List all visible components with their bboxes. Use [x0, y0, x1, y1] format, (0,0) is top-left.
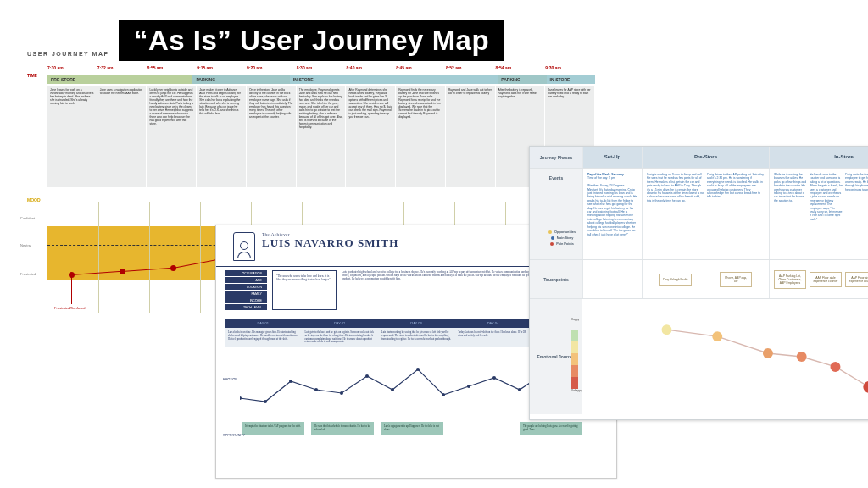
- event-card: Jane leaves for work on a Wednesday morn…: [47, 86, 97, 187]
- svg-point-2: [289, 380, 292, 383]
- mood-level: Frustrated: [20, 272, 36, 276]
- legend: Opportunities Main Story Pain Points: [545, 225, 579, 252]
- svg-point-15: [662, 324, 672, 335]
- emotional-journey-chart: [582, 299, 868, 414]
- svg-point-5: [365, 374, 369, 378]
- row-label: Touchpoints: [530, 260, 582, 298]
- time-tick: 7:32 am: [97, 65, 147, 70]
- time-tick: 7:30 am: [47, 65, 97, 70]
- phase-instore: IN-STORE: [290, 75, 498, 84]
- phase-header-row: Journey Phases Set-Up Pre-Store In-Store: [530, 147, 868, 169]
- row-label: Emotional Journey: [537, 354, 575, 359]
- touchpoint-chip: AAP Parking Lot, Other Customers, AAP Em…: [774, 270, 806, 289]
- persona-meta-labels: OCCUPATION AGE LOCATION FAMILY INCOME TE…: [225, 270, 267, 310]
- row-label: Events: [549, 175, 563, 180]
- map-heading: USER JOURNEY MAP: [27, 51, 595, 57]
- phase-parking2: PARKING: [498, 75, 546, 84]
- mood-tag: Frustrated/Confused: [54, 306, 85, 310]
- phase-header: Pre-Store: [642, 147, 769, 168]
- touchpoints-row: Touchpoints Cary Raleigh Radio Phone, AA…: [530, 260, 868, 299]
- time-tick: 9:20 am: [247, 65, 297, 70]
- event-card: Luckily her neighbor is outside and offe…: [147, 86, 197, 187]
- mood-label: MOOD: [27, 197, 41, 202]
- svg-point-0: [240, 396, 242, 400]
- event-card: Once in the store Jane walks directly to…: [247, 86, 297, 187]
- touchpoint-chip: Phone, AAP app, car: [720, 272, 752, 287]
- svg-point-6: [391, 388, 394, 391]
- svg-point-11: [518, 388, 521, 391]
- event-card: The employee, Raymond, greets Jane and a…: [297, 86, 347, 187]
- svg-point-18: [797, 352, 807, 362]
- avatar-icon: [233, 232, 255, 261]
- time-tick: 8:52 am: [446, 65, 496, 70]
- time-tick: 8:45 am: [396, 65, 446, 70]
- svg-point-1: [264, 400, 267, 403]
- opportunity-row: It tempts the situation to let AAP progr…: [242, 422, 608, 435]
- event-cards: Jane leaves for work on a Wednesday morn…: [47, 86, 595, 187]
- time-tick: 9:15 am: [197, 65, 247, 70]
- svg-point-8: [442, 393, 445, 396]
- row-label: Journey Phases: [530, 147, 582, 168]
- emotion-label: EMOTION: [223, 378, 237, 381]
- event-card: After Raymond determines she needs a new…: [346, 86, 396, 187]
- phase-instore2: IN-STORE: [547, 75, 595, 84]
- mood-level: Confident: [20, 216, 35, 220]
- time-tick: 8:54 am: [496, 65, 546, 70]
- svg-point-19: [831, 362, 841, 372]
- svg-point-16: [712, 331, 722, 341]
- svg-point-20: [863, 381, 868, 393]
- phase-header: In-Store: [769, 147, 868, 168]
- opportunity-label: OPPORTUNITY: [223, 434, 245, 437]
- setup-cell: Day of the Week: Saturday Time of the da…: [582, 169, 642, 259]
- svg-point-10: [492, 376, 496, 380]
- time-tick: 8:40 am: [346, 65, 396, 70]
- persona-quote: "The one who wants to be here and learn.…: [272, 270, 337, 310]
- events-row: Events Opportunities Main Story Pain Poi…: [530, 169, 868, 260]
- phase-parking: PARKING: [192, 75, 289, 84]
- phase-header: Set-Up: [582, 147, 642, 168]
- phase-row: PRE-STORE PARKING IN-STORE PARKING IN-ST…: [47, 75, 595, 84]
- event-card: Jane makes it over to Advance Auto Parts…: [197, 86, 247, 187]
- event-card: Raymond finds the necessary battery for …: [396, 86, 446, 187]
- event-card: Jane uses a navigation application to lo…: [97, 86, 147, 187]
- persona-name: LUIS NAVARRO SMITH: [262, 236, 398, 250]
- mood-level: Neutral: [20, 243, 31, 247]
- svg-point-4: [340, 391, 343, 395]
- emotion-scale: Happy Unhappy: [571, 318, 580, 401]
- touchpoint-chip: AAP Floor aisle experience counter: [810, 272, 842, 287]
- touchpoint-chip: AAP Floor aisle experience counter: [845, 272, 868, 287]
- svg-point-17: [763, 348, 773, 358]
- svg-point-3: [314, 388, 318, 391]
- time-axis-label: TIME: [27, 73, 37, 78]
- time-tick: 8:55 am: [147, 65, 197, 70]
- svg-point-7: [416, 368, 420, 371]
- in-store-cell: While he is waiting, he browses the aisl…: [769, 169, 868, 259]
- emotional-journey-row: Emotional Journey Happy Unhappy: [530, 299, 868, 414]
- time-axis: 7:30 am 7:32 am 8:55 am 9:15 am 9:20 am …: [47, 65, 595, 70]
- time-tick: 9:30 am: [545, 65, 595, 70]
- touchpoint-chip: Cary Raleigh Radio: [659, 274, 692, 286]
- journey-detail-panel: Journey Phases Set-Up Pre-Store In-Store…: [529, 146, 868, 420]
- svg-point-9: [467, 385, 470, 388]
- event-card: Raymond and Jane walk out to her car in …: [446, 86, 496, 187]
- phase-prestore: PRE-STORE: [47, 75, 192, 84]
- time-tick: 8:30 am: [297, 65, 347, 70]
- pre-store-cell: Craig is working on 3 cars to fix up and…: [642, 169, 769, 259]
